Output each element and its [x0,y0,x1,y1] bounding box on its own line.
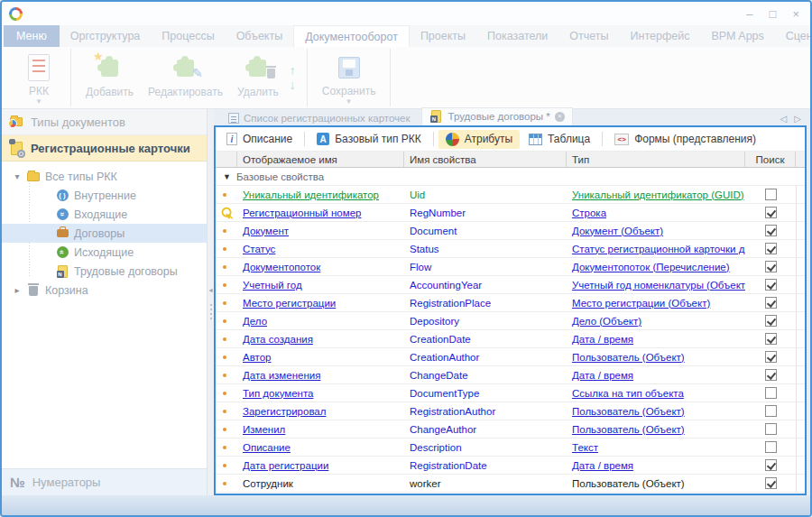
table-row[interactable]: Дата создания CreationDate Дата / время [216,330,805,348]
tree-expander-icon[interactable]: ▸ [13,285,22,295]
property-name-cell[interactable]: ChangeAuthor [404,420,567,438]
display-name-cell[interactable]: Место регистрации [237,294,404,311]
table-row[interactable]: Документопоток Flow Документопоток (Пере… [216,258,805,276]
display-name-cell[interactable]: Дата создания [237,330,404,347]
ribbon-tab[interactable]: Оргструктура [60,25,151,47]
collapse-sidebar-icon[interactable]: ◂ [208,286,212,294]
search-checkbox[interactable] [765,477,777,489]
ribbon-tab[interactable]: Сценарии [775,25,812,47]
search-checkbox[interactable] [765,225,777,236]
table-row[interactable]: Место регистрации RegistrationPlace Мест… [216,294,805,312]
type-cell[interactable]: Дата / время [567,330,745,347]
edit-button[interactable]: ✎ Редактировать [141,49,230,106]
sidebar-item-registration-cards[interactable]: Регистрационные карточки [2,135,207,162]
tree-item[interactable]: Трудовые договоры [2,262,207,281]
table-row[interactable]: Статус Status Статус регистрационной кар… [216,240,805,258]
tab-registration-cards-list[interactable]: Список регистрационных карточек [221,112,418,125]
type-cell[interactable]: Учетный год номенклатуры (Объект) [567,276,745,293]
property-name-cell[interactable]: Status [404,240,567,257]
type-cell[interactable]: Ссылка на тип объекта [567,384,745,402]
property-name-cell[interactable]: RegistrationAuthor [404,402,567,420]
delete-button[interactable]: Удалить [230,49,286,106]
search-checkbox[interactable] [765,207,777,218]
display-name-cell[interactable]: Уникальный идентификатор [237,186,404,203]
ribbon-tab[interactable]: BPM Apps [700,25,774,47]
tree-item[interactable]: ▸ Корзина [2,281,207,300]
table-row[interactable]: Описание Description Текст [216,439,805,457]
property-name-cell[interactable]: RegNumber [404,204,567,221]
ribbon-tab[interactable]: Документооборот [293,25,410,47]
tab-scroll-left-icon[interactable]: ◁ [780,114,788,124]
header-property-name[interactable]: Имя свойства [404,152,567,167]
search-checkbox[interactable] [765,297,777,309]
ribbon-tab[interactable]: Показатели [476,25,558,47]
type-cell[interactable]: Статус регистрационной карточки д... [567,240,745,257]
property-name-cell[interactable]: RegistrationDate [404,457,567,474]
sidebar-item-document-types[interactable]: Типы документов [2,109,207,135]
menu-button[interactable]: Меню [4,25,60,47]
type-cell[interactable]: Уникальный идентификатор (GUID) [567,186,745,203]
property-name-cell[interactable]: worker [404,475,567,492]
tree-item[interactable]: Договоры [2,224,207,243]
display-name-cell[interactable]: Описание [237,439,404,456]
table-row[interactable]: Изменил ChangeAuthor Пользователь (Объек… [216,420,805,439]
header-search[interactable]: Поиск [745,152,796,167]
search-checkbox[interactable] [765,351,777,363]
type-cell[interactable]: Дата / время [567,366,745,383]
search-checkbox[interactable] [765,369,777,381]
property-name-cell[interactable]: Flow [404,258,567,275]
display-name-cell[interactable]: Зарегистрировал [237,402,404,420]
display-name-cell[interactable]: Дело [237,312,404,329]
sidebar-item-numerators[interactable]: № Нумераторы [2,468,207,495]
tab-labor-contracts[interactable]: Трудовые договоры * × [421,107,573,125]
save-button[interactable]: Сохранить ▾ [315,49,383,106]
property-name-cell[interactable]: CreationDate [404,330,567,347]
type-cell[interactable]: Строка [567,204,745,221]
search-checkbox[interactable] [765,441,777,453]
table-row[interactable]: Уникальный идентификатор Uid Уникальный … [216,186,805,204]
search-checkbox[interactable] [765,333,777,345]
display-name-cell[interactable]: Дата регистрации [237,457,404,474]
tab-base-rkk-type[interactable]: A Базовый тип РКК [309,130,429,148]
display-name-cell[interactable]: Учетный год [237,276,404,293]
display-name-cell[interactable]: Статус [237,240,404,257]
maximize-button[interactable]: □ [770,8,777,20]
tree-item[interactable]: ( ) Внутренние [2,186,207,205]
search-checkbox[interactable] [765,405,777,417]
table-row[interactable]: Учетный год AccountingYear Учетный год н… [216,276,805,294]
type-cell[interactable]: Документопоток (Перечисление) [567,258,745,275]
property-name-cell[interactable]: AccountingYear [404,276,567,293]
search-checkbox[interactable] [765,243,777,254]
type-cell[interactable]: Место регистрации (Объект) [567,294,745,311]
rkk-button[interactable]: РКК ▾ [14,49,63,106]
table-row[interactable]: Зарегистрировал RegistrationAuthor Польз… [216,402,805,420]
minimize-button[interactable]: – [746,8,752,20]
property-name-cell[interactable]: Uid [404,186,567,203]
tab-scroll-right-icon[interactable]: ▷ [794,114,801,124]
ribbon-tab[interactable]: Интерфейс [620,25,701,47]
collapse-group-icon[interactable]: ▼ [223,172,231,181]
property-name-cell[interactable]: Depository [404,312,567,329]
property-name-cell[interactable]: ChangeDate [404,366,567,383]
tab-description[interactable]: i Описание [219,130,300,148]
type-cell[interactable]: Пользователь (Объект) [567,348,745,365]
tree-expander-icon[interactable]: ▾ [13,171,22,181]
table-row[interactable]: Документ Document Документ (Объект) [216,222,805,240]
group-row-base-properties[interactable]: ▼ Базовые свойства [216,168,805,186]
search-checkbox[interactable] [765,387,777,399]
type-cell[interactable]: Дело (Объект) [567,312,745,329]
tree-item[interactable]: » Исходящие [2,243,207,262]
search-checkbox[interactable] [765,459,777,471]
tab-table[interactable]: Таблица [521,130,597,148]
type-cell[interactable]: Текст [567,439,745,456]
header-display-name[interactable]: Отображаемое имя [237,152,404,167]
property-name-cell[interactable]: RegistrationPlace [404,294,567,311]
type-cell[interactable]: Пользователь (Объект) [567,475,745,492]
add-button[interactable]: ★ Добавить [78,49,141,106]
display-name-cell[interactable]: Сотрудник [237,475,404,492]
type-cell[interactable]: Дата / время [567,457,745,474]
property-name-cell[interactable]: CreationAuthor [404,348,567,365]
display-name-cell[interactable]: Документопоток [237,258,404,275]
table-row[interactable]: Дата изменения ChangeDate Дата / время [216,366,805,384]
sidebar-splitter[interactable]: ◂ [208,109,214,495]
